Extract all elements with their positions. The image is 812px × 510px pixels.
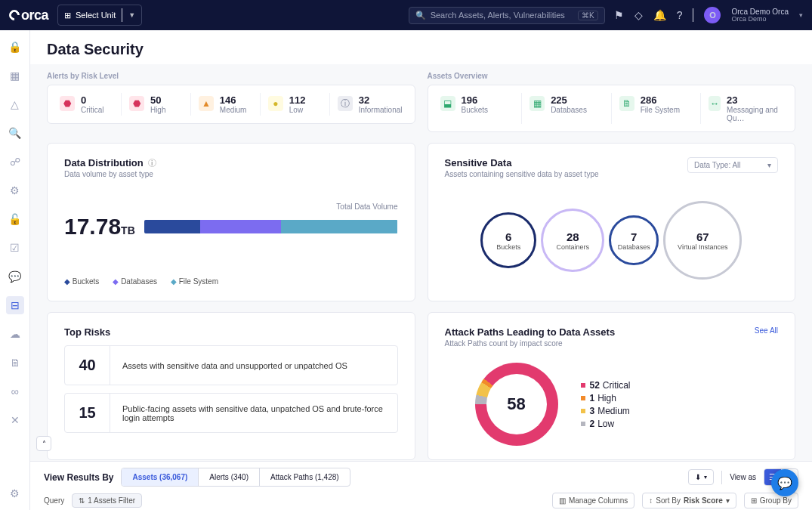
asset-icon: ⬓ <box>440 96 455 111</box>
chevron-down-icon: ▼ <box>128 11 135 19</box>
global-search[interactable]: 🔍 Search Assets, Alerts, Vulnerabilities… <box>409 7 605 24</box>
risk-item[interactable]: 15Public-facing assets with sensitive da… <box>64 393 398 433</box>
grid-icon: ⊞ <box>64 11 71 20</box>
megaphone-icon[interactable]: ◇ <box>634 9 643 21</box>
results-tab[interactable]: Alerts (340) <box>199 468 260 486</box>
alert-stat[interactable]: ▲ 146Medium <box>191 93 261 116</box>
attack-legend: 52Critical1High3Medium2Low <box>581 378 631 431</box>
results-tab[interactable]: Attack Paths (1,428) <box>260 468 350 486</box>
logo: orca <box>9 8 48 23</box>
bell-icon[interactable]: 🔔 <box>653 9 666 21</box>
columns-icon: ▥ <box>559 496 566 505</box>
results-tabs: Assets (36,067)Alerts (340)Attack Paths … <box>121 468 350 487</box>
avatar[interactable]: O <box>704 7 721 23</box>
nav-lock-icon[interactable]: 🔒 <box>6 38 24 56</box>
filter-icon: ⇅ <box>79 496 85 505</box>
asset-icon: 🗎 <box>619 96 634 111</box>
logo-icon <box>7 8 22 23</box>
nav-graph-icon[interactable]: ☍ <box>6 153 24 171</box>
nav-gear-icon[interactable]: ⚙ <box>6 181 24 199</box>
asset-icon: ▦ <box>529 96 545 111</box>
asset-icon: ↔ <box>709 96 721 111</box>
assets-section-label: Assets Overview <box>428 72 796 80</box>
distribution-bar <box>144 220 398 233</box>
help-icon[interactable]: ? <box>677 9 683 21</box>
asset-stat[interactable]: ⬓ 196Buckets <box>433 93 523 124</box>
sensitive-data-card: Data Type: All▾ Sensitive Data Assets co… <box>428 143 796 301</box>
nav-search-icon[interactable]: 🔍 <box>6 124 24 142</box>
data-type-select[interactable]: Data Type: All▾ <box>687 157 778 173</box>
attack-paths-card: See All Attack Paths Leading to Data Ass… <box>428 312 796 460</box>
alert-stat[interactable]: ⓘ 32Informational <box>330 93 410 116</box>
chat-fab[interactable]: 💬 <box>771 469 798 496</box>
asset-stat[interactable]: ▦ 225Databases <box>522 93 612 124</box>
data-distribution-title: Data Distribution i <box>64 157 398 168</box>
info-icon[interactable]: i <box>148 159 156 167</box>
manage-columns-button[interactable]: ▥Manage Columns <box>552 493 634 508</box>
nav-data-icon[interactable]: ⊟ <box>6 296 24 314</box>
nav-check-icon[interactable]: ☑ <box>6 239 24 257</box>
assets-filter-pill[interactable]: ⇅1 Assets Filter <box>72 493 142 508</box>
distribution-legend: Buckets Databases File System <box>64 277 398 286</box>
page-title: Data Security <box>30 30 812 64</box>
top-risks-card: Top Risks 40Assets with sensitive data a… <box>47 312 415 460</box>
alert-stat[interactable]: ⬣ 50High <box>122 93 191 116</box>
nav-link-icon[interactable]: ∞ <box>6 382 24 400</box>
nav-cloud-icon[interactable]: ☁ <box>6 325 24 343</box>
top-icons: ⚑ ◇ 🔔 ? O Orca Demo Orca Orca Demo ▾ <box>614 7 803 23</box>
severity-icon: ▲ <box>199 96 214 111</box>
nav-shuffle-icon[interactable]: ✕ <box>6 411 24 429</box>
risk-item[interactable]: 40Assets with sensitive data and unsuppo… <box>64 345 398 385</box>
results-toolbar: View Results By Assets (36,067)Alerts (3… <box>30 461 812 510</box>
view-results-label: View Results By <box>44 472 113 483</box>
severity-icon: ● <box>268 96 283 111</box>
query-label: Query <box>44 496 64 505</box>
data-distribution-card: Data Distribution i Data volume by asset… <box>47 143 415 301</box>
nav-briefcase-icon[interactable]: 🔓 <box>6 210 24 228</box>
unit-selector[interactable]: ⊞ Select Unit ▼ <box>57 5 142 26</box>
severity-icon: ⬣ <box>129 96 144 111</box>
sidebar: 🔒 ▦ △ 🔍 ☍ ⚙ 🔓 ☑ 💬 ⊟ ☁ 🗎 ∞ ✕ ⚙ <box>0 30 30 510</box>
chevron-down-icon: ▾ <box>767 161 771 169</box>
download-button[interactable]: ⬇ ▾ <box>688 469 714 485</box>
alerts-section-label: Alerts by Risk Level <box>47 72 415 80</box>
collapse-toggle[interactable]: ˄ <box>36 436 51 451</box>
sensitive-bubbles: 6Buckets 28Containers 7Databases 67Virtu… <box>445 178 779 287</box>
kbd-hint: ⌘K <box>578 11 598 20</box>
see-all-link[interactable]: See All <box>755 326 778 335</box>
severity-icon: ⓘ <box>338 96 353 111</box>
sort-by-select[interactable]: ↕Sort By Risk Score ▾ <box>642 493 736 508</box>
sort-icon: ↕ <box>649 496 653 505</box>
asset-stat[interactable]: ↔ 23Messaging and Qu… <box>701 93 790 124</box>
alerts-strip: ⬣ 0Critical ⬣ 50High ▲ 146Medium ● 112Lo… <box>47 85 415 124</box>
search-icon: 🔍 <box>415 11 426 20</box>
flag-icon[interactable]: ⚑ <box>614 9 624 21</box>
attack-donut: 58 <box>475 363 558 446</box>
nav-settings-icon[interactable]: ⚙ <box>6 484 24 502</box>
group-icon: ⊞ <box>751 496 757 505</box>
chevron-down-icon: ▾ <box>799 11 803 19</box>
nav-dashboard-icon[interactable]: ▦ <box>6 66 24 85</box>
user-menu[interactable]: Orca Demo Orca Orca Demo <box>731 8 789 23</box>
results-tab[interactable]: Assets (36,067) <box>122 468 199 486</box>
nav-chat-icon[interactable]: 💬 <box>6 267 24 286</box>
alert-stat[interactable]: ⬣ 0Critical <box>52 93 122 116</box>
topbar: orca ⊞ Select Unit ▼ 🔍 Search Assets, Al… <box>0 0 812 30</box>
severity-icon: ⬣ <box>60 96 75 111</box>
main-scroll[interactable]: Alerts by Risk Level ⬣ 0Critical ⬣ 50Hig… <box>30 64 812 461</box>
asset-stat[interactable]: 🗎 286File System <box>612 93 702 124</box>
alert-stat[interactable]: ● 112Low <box>261 93 330 116</box>
nav-doc-icon[interactable]: 🗎 <box>6 354 24 372</box>
nav-alert-icon[interactable]: △ <box>6 95 24 113</box>
assets-strip: ⬓ 196Buckets ▦ 225Databases 🗎 286File Sy… <box>428 85 796 132</box>
